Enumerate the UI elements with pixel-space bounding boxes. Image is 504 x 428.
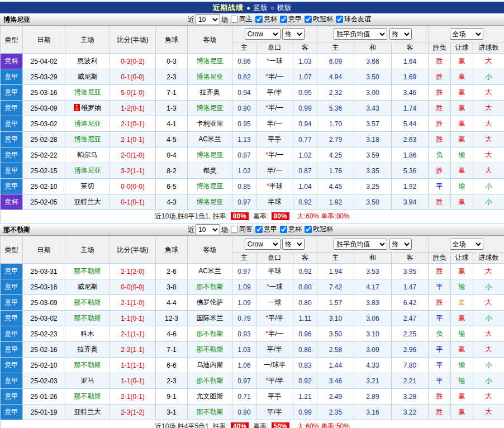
layout-option-vertical[interactable]: 竖版 (253, 3, 268, 13)
result-cell: 平 (429, 373, 451, 389)
recent-suffix: 场 (221, 15, 228, 25)
team-section-1: 那不勒斯 近 10 场 同客意甲意杯欧冠杯 类型 日期 主场 比分(半场) 角球… (0, 223, 504, 428)
match-row: 意杯25-04-02恩波利0-3(0-2)0-3博洛尼亚0.86*一球1.036… (1, 54, 504, 69)
away-odds-cell: 0.92 (293, 264, 317, 279)
league-cell: 意甲 (1, 405, 23, 420)
handicap-result-cell: 输 (451, 326, 473, 342)
filter-checkbox[interactable] (231, 16, 238, 23)
avg-home-cell: 1.70 (317, 116, 354, 132)
handicap-result-cell: 赢 (451, 132, 473, 148)
filter-option[interactable]: 同主 (231, 15, 253, 24)
handicap-result-cell: 赢 (451, 54, 473, 69)
handicap-cell: 半球 (256, 264, 293, 279)
radio-selected-icon[interactable]: ● (246, 4, 250, 11)
away-team-cell: 博洛尼亚 (188, 54, 232, 69)
filter-checkbox[interactable] (280, 226, 287, 233)
odds-source-select[interactable]: Crow (245, 239, 280, 250)
col-corner: 角球 (156, 236, 188, 264)
filter-option[interactable]: 意杯 (280, 225, 302, 234)
avg-type-select[interactable]: 胜平负均值 (334, 28, 387, 40)
home-odds-cell: 0.95 (232, 116, 256, 132)
away-team-cell: 那不勒斯 (188, 326, 232, 342)
avg-draw-cell: 3.83 (354, 295, 392, 311)
recent-count-select[interactable]: 10 (196, 224, 220, 235)
filter-option[interactable]: 意甲 (255, 225, 277, 234)
scope-select[interactable]: 全场 (450, 239, 483, 250)
layout-option-horizontal[interactable]: 横版 (277, 3, 292, 13)
filter-controls: 近 10 场 同客意甲意杯欧冠杯 (188, 224, 333, 235)
date-cell: 25-03-02 (23, 116, 65, 132)
filter-option[interactable]: 意杯 (255, 15, 277, 24)
handicap-star-icon: * (267, 283, 269, 291)
date-cell: 25-03-29 (23, 69, 65, 85)
league-filter-checkboxes: 同客意甲意杯欧冠杯 (228, 225, 333, 235)
filter-option[interactable]: 同客 (231, 225, 253, 234)
odds-stage-select[interactable]: 终 (282, 239, 305, 250)
col-corner: 角球 (156, 26, 188, 54)
avg-away-cell: 1.64 (392, 54, 429, 69)
league-cell: 意甲 (1, 148, 23, 163)
col-handicap-result: 让球 (451, 253, 473, 264)
home-odds-cell: 0.90 (232, 405, 256, 420)
goals-cell: 大 (473, 163, 504, 179)
filter-option[interactable]: 意甲 (280, 15, 302, 24)
handicap-cell: 平/半 (256, 405, 293, 420)
recent-label: 近 (188, 15, 194, 25)
handicap-result-cell: 输 (451, 179, 473, 194)
home-team-cell: 威尼斯 (65, 69, 110, 85)
corner-cell: 7-1 (156, 342, 188, 358)
filter-checkbox[interactable] (305, 226, 312, 233)
win-rate-badge: 40% (231, 422, 249, 428)
avg-stage-select[interactable]: 终 (389, 239, 412, 250)
handicap-cell: 一/球半 (256, 358, 293, 373)
date-cell: 25-02-03 (23, 373, 65, 389)
result-cell: 平 (429, 358, 451, 373)
filter-option[interactable]: 球会友谊 (336, 15, 371, 24)
filter-checkbox[interactable] (231, 226, 238, 233)
away-odds-cell: 1.21 (293, 389, 317, 405)
summary-text: 近10场,胜8平1负1, (155, 212, 211, 220)
goals-cell: 小 (473, 311, 504, 326)
avg-type-select[interactable]: 胜平负均值 (334, 239, 387, 250)
avg-away-cell: 1.74 (392, 101, 429, 116)
odds-source-select[interactable]: Crow (245, 28, 280, 40)
odds-stage-select[interactable]: 终 (282, 28, 305, 40)
team-section-0: 博洛尼亚 近 10 场 同主意杯意甲欧冠杯球会友谊 类型 日期 主场 比分(半场… (0, 13, 504, 223)
home-odds-cell: 1.03 (232, 342, 256, 358)
home-odds-cell: 0.82 (232, 69, 256, 85)
score-cell: 1-2(0-1) (110, 101, 156, 116)
avg-away-cell: 5.36 (392, 163, 429, 179)
away-odds-cell: 0.80 (293, 295, 317, 311)
date-cell: 25-03-16 (23, 279, 65, 295)
away-odds-cell: 0.86 (293, 342, 317, 358)
score-cell: 0-1(0-0) (110, 69, 156, 85)
away-team-cell: 博洛尼亚 (188, 101, 232, 116)
league-cell: 意甲 (1, 311, 23, 326)
filter-checkbox[interactable] (255, 226, 263, 233)
recent-count-select[interactable]: 10 (196, 14, 220, 25)
match-row: 意甲25-02-10莱切0-0(0-0)6-5博洛尼亚0.85*半球1.044.… (1, 179, 504, 194)
home-team-cell: 博洛尼亚 (65, 116, 110, 132)
match-row: 意甲25-03-16威尼斯0-0(0-0)3-8那不勒斯1.09*一球0.807… (1, 279, 504, 295)
col-result: 胜负 (429, 42, 451, 54)
filter-checkbox[interactable] (305, 16, 312, 23)
col-odds-away: 客 (293, 253, 317, 264)
radio-unselected-icon[interactable]: ○ (270, 4, 274, 11)
handicap-result-cell: 赢 (451, 264, 473, 279)
score-cell: 2-0(1-0) (110, 148, 156, 163)
filter-option[interactable]: 欧冠杯 (305, 225, 333, 234)
result-cell: 胜 (429, 264, 451, 279)
handicap-result-cell: 赢 (451, 163, 473, 179)
result-cell: 平 (429, 179, 451, 194)
cover-rate-badge: 50% (272, 422, 289, 428)
avg-select-group: 胜平负均值 终 (317, 26, 429, 42)
filter-checkbox[interactable] (280, 16, 287, 23)
home-odds-cell: 0.79 (232, 311, 256, 326)
filter-option[interactable]: 欧冠杯 (305, 15, 333, 24)
avg-stage-select[interactable]: 终 (389, 28, 412, 40)
away-odds-cell: 0.94 (293, 116, 317, 132)
filter-checkbox[interactable] (255, 16, 263, 23)
scope-select[interactable]: 全场 (450, 28, 483, 40)
league-cell: 意甲 (1, 179, 23, 194)
filter-checkbox[interactable] (336, 16, 343, 23)
